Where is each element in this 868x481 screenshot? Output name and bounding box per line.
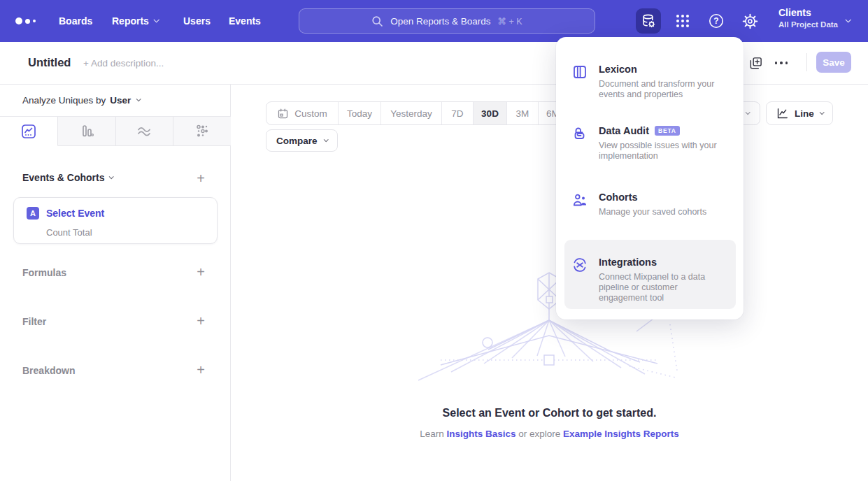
range-label: Yesterday [390, 108, 432, 119]
menu-item-description: Document and transform your events and p… [599, 79, 715, 100]
analyze-value-dropdown[interactable]: User [110, 95, 131, 106]
range-30d-selected[interactable]: 30D [473, 102, 506, 124]
project-scope: All Project Data [778, 20, 838, 29]
tab-insights-line[interactable] [0, 117, 58, 146]
query-sidebar: Analyze Uniques by User [0, 85, 231, 481]
apps-grid-button[interactable] [670, 8, 695, 34]
menu-item-description: Connect Mixpanel to a data pipeline or c… [599, 272, 719, 303]
chevron-down-icon [109, 174, 114, 179]
range-yesterday[interactable]: Yesterday [380, 102, 441, 124]
chart-type-tabs [0, 117, 231, 146]
menu-item-title: Data Audit [599, 125, 649, 136]
search-icon [371, 15, 383, 27]
add-breakdown-button[interactable]: + [193, 362, 208, 378]
range-label: 3M [516, 108, 529, 119]
chevron-down-icon [323, 137, 328, 142]
search-shortcut: ⌘ + K [498, 16, 522, 27]
analyze-row: Analyze Uniques by User [0, 85, 231, 117]
data-audit-icon [572, 126, 588, 141]
menu-item-description: View possible issues with your implement… [599, 141, 733, 161]
event-series-badge: A [27, 207, 39, 220]
chevron-down-icon [819, 110, 824, 115]
count-total-label[interactable]: Count Total [46, 227, 92, 238]
range-7d[interactable]: 7D [441, 102, 473, 124]
duplicate-button[interactable] [744, 52, 767, 74]
select-event-label[interactable]: Select Event [46, 208, 104, 219]
empty-state-title: Select an Event or Cohort to get started… [231, 407, 868, 419]
add-event-button[interactable]: + [193, 171, 208, 186]
nav-item-users[interactable]: Users [183, 0, 211, 42]
tab-bar-chart[interactable] [58, 117, 116, 146]
add-filter-button[interactable]: + [193, 313, 208, 329]
range-label: 30D [481, 108, 499, 119]
range-3m[interactable]: 3M [506, 102, 538, 124]
range-label: 7D [451, 108, 463, 119]
compare-dropdown[interactable]: Compare [266, 129, 338, 152]
events-cohorts-header[interactable]: Events & Cohorts [22, 172, 113, 183]
add-formula-button[interactable]: + [193, 264, 208, 280]
menu-item-description: Manage your saved cohorts [599, 207, 706, 217]
svg-text:?: ? [713, 16, 718, 26]
line-chart-icon [776, 107, 789, 120]
menu-item-cohorts[interactable]: Cohorts Manage your saved cohorts [572, 192, 733, 217]
menu-item-integrations[interactable]: Integrations Connect Mixpanel to a data … [572, 257, 733, 303]
menu-item-data-audit[interactable]: Data Audit BETA View possible issues wit… [572, 125, 733, 161]
copy-plus-icon [748, 56, 763, 71]
calendar-icon [277, 108, 289, 120]
database-gear-icon [640, 13, 657, 29]
save-button[interactable]: Save [816, 52, 851, 73]
insights-basics-link[interactable]: Insights Basics [446, 429, 515, 439]
empty-state-subtitle: Learn Insights Basics or explore Example… [231, 429, 868, 439]
global-search-input[interactable]: Open Reports & Boards ⌘ + K [299, 8, 595, 34]
events-cohorts-label: Events & Cohorts [22, 172, 104, 183]
breakdown-section-label: Breakdown [22, 365, 75, 376]
nav-item-label: Reports [112, 15, 149, 27]
range-label: Today [347, 108, 372, 119]
bar-chart-icon [78, 123, 95, 140]
lexicon-book-icon [572, 64, 588, 80]
flow-waves-icon [136, 123, 152, 140]
chevron-down-icon [845, 17, 851, 22]
more-options-button[interactable] [770, 52, 792, 74]
chart-type-dropdown[interactable]: Line [766, 101, 833, 125]
integrations-sync-icon [572, 257, 588, 273]
chart-type-label: Line [795, 108, 814, 119]
tab-scatter[interactable] [173, 117, 231, 146]
empty-state-prefix: Learn [420, 429, 446, 439]
chevron-down-icon [746, 110, 750, 115]
menu-item-lexicon[interactable]: Lexicon Document and transform your even… [572, 64, 733, 100]
compare-label: Compare [276, 136, 318, 146]
mixpanel-logo-icon[interactable] [15, 0, 36, 42]
menu-item-title: Lexicon [599, 64, 715, 75]
add-description-field[interactable]: + Add description... [83, 58, 164, 69]
nav-item-label: Boards [59, 15, 92, 27]
range-custom[interactable]: Custom [266, 102, 338, 124]
filter-section-label: Filter [22, 316, 46, 327]
range-label: Custom [294, 108, 327, 119]
ellipsis-icon [775, 62, 788, 64]
beta-badge: BETA [655, 126, 680, 136]
tab-flow[interactable] [116, 117, 174, 146]
nav-item-label: Users [183, 15, 211, 27]
top-navbar: Boards Reports Users Events Open Reports… [0, 0, 868, 42]
formulas-section-label: Formulas [22, 267, 66, 278]
nav-item-events[interactable]: Events [229, 0, 261, 42]
divider [806, 53, 807, 71]
event-card[interactable]: A Select Event Count Total [13, 197, 218, 244]
data-management-menu: Lexicon Document and transform your even… [556, 37, 744, 320]
gear-icon [742, 13, 758, 29]
data-management-button[interactable] [636, 8, 661, 34]
chevron-down-icon[interactable] [136, 96, 141, 101]
question-circle-icon: ? [708, 13, 725, 29]
project-switcher[interactable]: Clients All Project Data [778, 7, 838, 29]
nav-item-reports[interactable]: Reports [112, 0, 158, 42]
project-name: Clients [778, 7, 838, 18]
empty-state-middle: or explore [515, 429, 563, 439]
nav-item-boards[interactable]: Boards [59, 0, 92, 42]
line-chart-icon [20, 123, 37, 140]
range-today[interactable]: Today [338, 102, 380, 124]
help-button[interactable]: ? [704, 8, 729, 34]
example-reports-link[interactable]: Example Insights Reports [563, 429, 679, 439]
settings-button[interactable] [737, 8, 762, 34]
report-title[interactable]: Untitled [28, 56, 71, 69]
